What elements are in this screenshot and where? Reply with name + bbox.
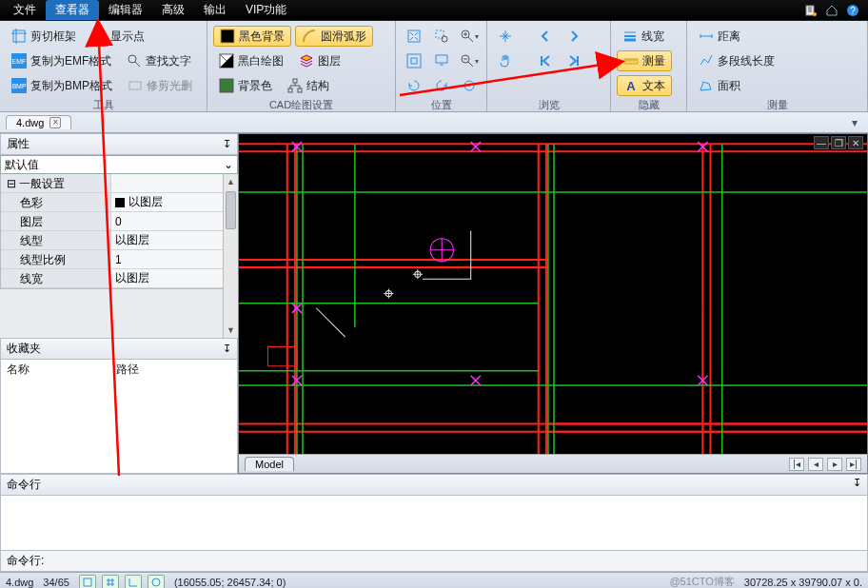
rotate-ccw-button[interactable] bbox=[429, 75, 453, 96]
smooth-arc-label: 圆滑弧形 bbox=[321, 29, 366, 45]
zoom-out-button[interactable]: ▾ bbox=[457, 50, 481, 71]
command-panel-title[interactable]: 命令行 ↧ bbox=[0, 474, 868, 496]
menu-advanced[interactable]: 高级 bbox=[152, 0, 194, 20]
zoom-in-button[interactable]: ▾ bbox=[457, 26, 481, 47]
prop-row-linetype[interactable]: 线型以图层 bbox=[1, 231, 237, 250]
smooth-arc-button[interactable]: 圆滑弧形 bbox=[295, 26, 373, 47]
menu-bar: 文件 查看器 编辑器 高级 输出 VIP功能 ? bbox=[0, 0, 868, 21]
show-points-button[interactable]: 显示点 bbox=[86, 26, 150, 47]
crop-frame-button[interactable]: 剪切框架 bbox=[6, 26, 82, 47]
structure-button[interactable]: 结构 bbox=[282, 75, 335, 96]
snap-toggle[interactable] bbox=[79, 575, 96, 589]
close-tab-button[interactable]: × bbox=[49, 117, 61, 128]
text-button[interactable]: A文本 bbox=[617, 75, 672, 96]
zoom-rect-button[interactable] bbox=[429, 50, 453, 71]
scroll-up-button[interactable]: ▲ bbox=[224, 174, 238, 189]
crop-icon bbox=[11, 29, 27, 44]
pin-icon[interactable]: ↧ bbox=[223, 138, 231, 150]
prop-row-lineweight[interactable]: 线宽以图层 bbox=[1, 269, 237, 288]
menu-vip[interactable]: VIP功能 bbox=[236, 0, 296, 20]
prop-row-color[interactable]: 色彩以图层 bbox=[1, 193, 237, 212]
properties-scrollbar[interactable]: ▲ ▼ bbox=[223, 174, 238, 338]
pin-icon[interactable]: ↧ bbox=[853, 477, 861, 493]
extents-button[interactable] bbox=[402, 50, 425, 71]
zoom-window-button[interactable] bbox=[429, 26, 453, 47]
fit-window-button[interactable] bbox=[402, 26, 425, 47]
target-icon bbox=[91, 29, 107, 44]
grid-toggle[interactable] bbox=[102, 575, 119, 589]
pin-icon[interactable]: ↧ bbox=[223, 343, 231, 355]
drawing-canvas[interactable]: — ❐ ✕ Model |◂ ◂ ▸ ▸| bbox=[238, 133, 868, 474]
first-button[interactable] bbox=[533, 50, 558, 71]
black-bg-button[interactable]: 黑色背景 bbox=[213, 26, 291, 47]
model-tab[interactable]: Model bbox=[245, 457, 294, 471]
properties-title-label: 属性 bbox=[7, 136, 30, 152]
svg-rect-20 bbox=[411, 58, 417, 64]
scroll-thumb[interactable] bbox=[226, 191, 236, 229]
copy-emf-button[interactable]: EMF复制为EMF格式 bbox=[6, 50, 117, 71]
properties-combo[interactable]: 默认值 ⌄ bbox=[0, 155, 238, 174]
measure-icon bbox=[623, 53, 639, 69]
layout-first-button[interactable]: |◂ bbox=[789, 458, 804, 471]
center-button[interactable] bbox=[457, 75, 481, 96]
find-icon bbox=[127, 53, 142, 69]
prop-key: 线宽 bbox=[1, 269, 110, 287]
help-icon[interactable]: ? bbox=[845, 3, 860, 18]
pan-button[interactable] bbox=[493, 26, 518, 47]
layout-next-button[interactable]: ▸ bbox=[827, 458, 842, 471]
bw-draw-button[interactable]: 黑白绘图 bbox=[213, 50, 289, 71]
menu-viewer[interactable]: 查看器 bbox=[46, 0, 99, 20]
prev-button[interactable] bbox=[533, 26, 558, 47]
prop-value: 以图层 bbox=[110, 269, 237, 287]
minimize-button[interactable]: — bbox=[814, 136, 829, 149]
last-button[interactable] bbox=[562, 50, 586, 71]
emf-icon: EMF bbox=[11, 53, 27, 69]
status-size: 30728.25 x 39790.07 x 0. bbox=[744, 577, 862, 588]
rotate-button[interactable] bbox=[402, 75, 425, 96]
ortho-toggle[interactable] bbox=[125, 575, 142, 589]
lineweight-icon bbox=[622, 29, 638, 44]
trim-label: 修剪光删 bbox=[147, 78, 192, 94]
prop-section[interactable]: ⊟ 一般设置 bbox=[1, 174, 237, 193]
lineweight-button[interactable]: 线宽 bbox=[617, 26, 670, 47]
note-icon[interactable] bbox=[803, 3, 819, 18]
hand-button[interactable] bbox=[493, 50, 518, 71]
group-label-measure: 测量 bbox=[693, 97, 861, 112]
prop-row-ltscale[interactable]: 线型比例1 bbox=[1, 250, 237, 269]
properties-title[interactable]: 属性 ↧ bbox=[0, 133, 238, 155]
trim-button[interactable]: 修剪光删 bbox=[122, 75, 198, 96]
command-input[interactable] bbox=[49, 553, 861, 569]
bgcolor-button[interactable]: 背景色 bbox=[213, 75, 278, 96]
bw-draw-label: 黑白绘图 bbox=[238, 53, 284, 69]
close-button[interactable]: ✕ bbox=[848, 136, 863, 149]
home-icon[interactable] bbox=[824, 3, 839, 18]
menu-file[interactable]: 文件 bbox=[4, 0, 46, 20]
favorites-body[interactable]: 名称 路径 bbox=[0, 360, 238, 474]
menu-editor[interactable]: 编辑器 bbox=[99, 0, 152, 20]
tab-menu-button[interactable]: ▾ bbox=[847, 115, 862, 130]
group-label-hide: 隐藏 bbox=[617, 97, 681, 112]
scroll-down-button[interactable]: ▼ bbox=[224, 323, 238, 338]
distance-button[interactable]: 距离 bbox=[693, 26, 746, 47]
osnap-toggle[interactable] bbox=[148, 575, 165, 589]
layers-label: 图层 bbox=[318, 53, 341, 69]
menu-output[interactable]: 输出 bbox=[194, 0, 236, 20]
svg-rect-8 bbox=[129, 82, 141, 89]
canvas-window-controls: — ❐ ✕ bbox=[814, 136, 863, 149]
find-text-button[interactable]: 查找文字 bbox=[121, 50, 197, 71]
polyline-length-button[interactable]: 多段线长度 bbox=[693, 50, 780, 71]
restore-button[interactable]: ❐ bbox=[831, 136, 846, 149]
copy-bmp-button[interactable]: BMP复制为BMP格式 bbox=[6, 75, 118, 96]
measure-button[interactable]: 测量 bbox=[617, 50, 672, 71]
bmp-icon: BMP bbox=[11, 78, 27, 93]
layout-prev-button[interactable]: ◂ bbox=[808, 458, 823, 471]
command-history[interactable] bbox=[0, 496, 868, 551]
next-button[interactable] bbox=[562, 26, 586, 47]
document-tab[interactable]: 4.dwg × bbox=[6, 115, 71, 129]
layers-button[interactable]: 图层 bbox=[293, 50, 346, 71]
prop-row-layer[interactable]: 图层0 bbox=[1, 212, 237, 231]
area-button[interactable]: 面积 bbox=[693, 75, 746, 96]
layout-last-button[interactable]: ▸| bbox=[846, 458, 861, 471]
favorites-title[interactable]: 收藏夹 ↧ bbox=[0, 338, 238, 360]
svg-point-1 bbox=[813, 12, 817, 16]
